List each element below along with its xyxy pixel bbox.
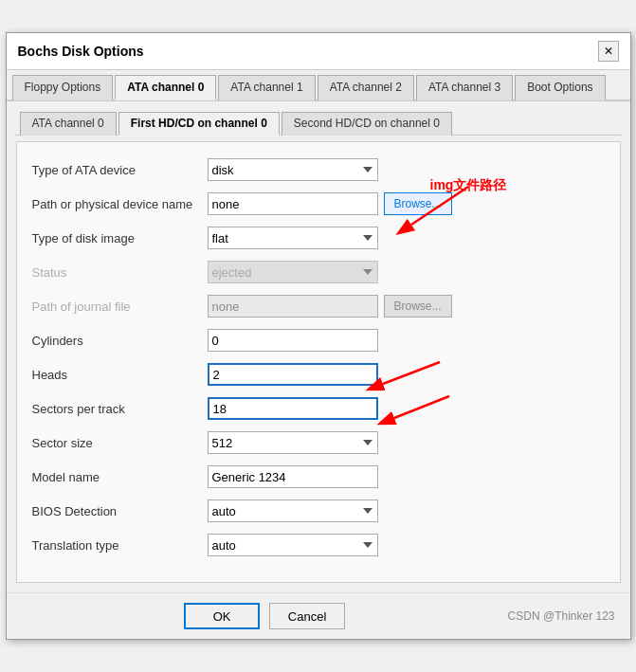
tab-floppy-options[interactable]: Floppy Options [12,75,114,100]
control-heads [208,363,605,386]
dialog: Bochs Disk Options ✕ Floppy Options ATA … [6,32,631,640]
tab-ata-channel-1[interactable]: ATA channel 1 [218,75,315,100]
tab-ata-channel-0[interactable]: ATA channel 0 [115,75,216,100]
label-cylinders: Cylinders [32,334,208,348]
inner-tab-bar: ATA channel 0 First HD/CD on channel 0 S… [14,107,623,136]
label-disk-image-type: Type of disk image [32,231,208,245]
close-button[interactable]: ✕ [598,41,619,62]
dropdown-translation[interactable]: auto none lba large rechs [208,534,378,556]
control-cylinders [208,329,605,352]
tab-inner-first-hd-cd[interactable]: First HD/CD on channel 0 [118,112,280,136]
content-area: Type of ATA device disk cdrom none Path … [16,141,621,583]
tab-inner-second-hd-cd[interactable]: Second HD/CD on channel 0 [282,112,452,136]
browse-path-button[interactable]: Browse... [384,192,452,215]
input-path[interactable] [208,192,378,215]
row-model-name: Model name [32,464,605,489]
row-sector-size: Sector size 512 1024 4096 [32,430,605,455]
row-status: Status ejected [32,260,605,284]
input-cylinders[interactable] [208,329,378,352]
input-heads[interactable] [208,363,378,386]
title-bar: Bochs Disk Options ✕ [7,33,630,70]
browse-journal-button: Browse... [384,295,452,318]
label-status: Status [32,265,208,280]
control-bios: auto none cmos [208,499,605,522]
label-sector-size: Sector size [32,436,208,450]
control-sectors [208,397,605,420]
tab-boot-options[interactable]: Boot Options [515,75,605,100]
label-model-name: Model name [32,470,208,484]
row-path: Path or physical device name Browse... i… [32,191,605,216]
outer-tab-bar: Floppy Options ATA channel 0 ATA channel… [7,70,630,101]
row-heads: Heads [32,362,605,387]
label-sectors: Sectors per track [32,402,208,416]
control-path: Browse... [208,192,605,215]
tab-inner-ata-channel-0[interactable]: ATA channel 0 [20,112,117,136]
row-cylinders: Cylinders [32,328,605,353]
row-type-ata: Type of ATA device disk cdrom none [32,157,605,182]
bottom-bar: OK Cancel CSDN @Thinker 123 [7,592,630,639]
dropdown-sector-size[interactable]: 512 1024 4096 [208,431,378,454]
tab-ata-channel-2[interactable]: ATA channel 2 [318,75,414,100]
row-bios: BIOS Detection auto none cmos [32,499,605,523]
label-type-ata: Type of ATA device [32,163,208,177]
ok-button[interactable]: OK [184,603,260,629]
row-disk-image-type: Type of disk image flat growing vpc [32,226,605,250]
control-disk-image-type: flat growing vpc [208,227,605,249]
row-translation: Translation type auto none lba large rec… [32,533,605,557]
tab-ata-channel-3[interactable]: ATA channel 3 [416,75,513,100]
row-sectors: Sectors per track [32,396,605,421]
control-status: ejected [208,261,605,283]
control-translation: auto none lba large rechs [208,534,605,556]
dropdown-disk-image-type[interactable]: flat growing vpc [208,227,378,249]
input-model-name[interactable] [208,465,378,488]
control-sector-size: 512 1024 4096 [208,431,605,454]
label-bios: BIOS Detection [32,504,208,518]
label-journal: Path of journal file [32,300,208,314]
dropdown-bios[interactable]: auto none cmos [208,499,378,522]
control-model-name [208,465,605,488]
bottom-buttons: OK Cancel [22,603,508,629]
input-journal [208,295,378,318]
dropdown-status: ejected [208,261,378,283]
cancel-button[interactable]: Cancel [269,603,345,629]
control-type-ata: disk cdrom none [208,158,605,181]
dropdown-type-ata[interactable]: disk cdrom none [208,158,378,181]
label-heads: Heads [32,368,208,382]
dialog-title: Bochs Disk Options [18,44,144,59]
watermark: CSDN @Thinker 123 [508,609,615,623]
row-journal: Path of journal file Browse... [32,294,605,318]
control-journal: Browse... [208,295,605,318]
input-sectors[interactable] [208,397,378,420]
label-translation: Translation type [32,538,208,553]
label-path: Path or physical device name [32,197,208,211]
